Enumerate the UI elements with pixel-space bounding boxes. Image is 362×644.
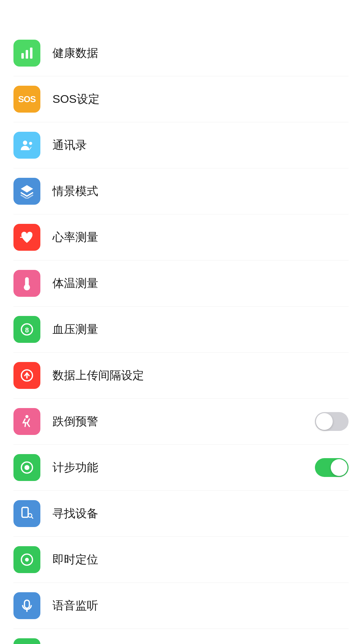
menu-label-voice-monitor: 语音监听 [52,598,349,613]
menu-label-realtime-location: 即时定位 [52,552,349,567]
menu-item-realtime-location[interactable]: 即时定位 [13,537,349,583]
heartrate-icon [13,224,40,251]
menu-item-voice-monitor[interactable]: 语音监听 [13,583,349,629]
svg-point-18 [25,558,29,562]
upload-icon [13,362,40,389]
menu-label-pedometer: 计步功能 [52,460,315,475]
sos-icon: SOS [13,86,40,113]
pedometer-icon [13,454,40,481]
menu-label-find-device: 寻找设备 [52,506,349,521]
menu-label-heart-rate: 心率测量 [52,230,349,245]
menu-item-find-device[interactable]: 寻找设备 [13,491,349,537]
location-icon [13,546,40,573]
menu-label-sos-setting: SOS设定 [52,91,349,107]
menu-item-blood-pressure[interactable]: 8血压测量 [13,307,349,353]
svg-rect-2 [30,48,32,59]
menu-item-data-upload[interactable]: 数据上传间隔设定 [13,353,349,399]
svg-rect-19 [25,600,30,608]
menu-item-scene-mode[interactable]: 情景模式 [13,168,349,214]
menu-label-fall-alert: 跌倒预警 [52,414,315,429]
menu-label-contacts: 通讯录 [52,137,349,153]
svg-rect-13 [22,508,28,517]
menu-item-temperature[interactable]: 体温测量 [13,260,349,307]
svg-text:8: 8 [25,326,29,334]
svg-rect-1 [26,50,28,59]
menu-item-alarm-setting[interactable]: 闹钟设置 [13,629,349,644]
menu-label-temperature: 体温测量 [52,276,349,291]
menu-item-pedometer[interactable]: 计步功能 [13,445,349,491]
chart-icon [13,40,40,67]
bloodpressure-icon: 8 [13,316,40,343]
alarm-icon [13,638,40,644]
fall-icon [13,408,40,435]
svg-point-12 [25,465,30,470]
menu-item-fall-alert[interactable]: 跌倒预警 [13,399,349,445]
menu-label-blood-pressure: 血压测量 [52,322,349,337]
voicemonitor-icon [13,592,40,619]
thermometer-icon [13,270,40,297]
toggle-knob-fall-alert [316,413,333,430]
toggle-pedometer[interactable] [315,458,349,477]
page-title [0,0,362,30]
menu-item-contacts[interactable]: 通讯录 [13,122,349,168]
menu-label-data-upload: 数据上传间隔设定 [52,368,349,383]
menu-list: 健康数据SOSSOS设定通讯录情景模式心率测量体温测量8血压测量数据上传间隔设定… [0,30,362,644]
finddevice-icon [13,500,40,527]
menu-item-health-data[interactable]: 健康数据 [13,30,349,76]
contacts-icon [13,132,40,159]
menu-item-sos-setting[interactable]: SOSSOS设定 [13,76,349,122]
svg-rect-0 [22,53,24,59]
svg-point-10 [25,415,28,418]
toggle-fall-alert[interactable] [315,412,349,431]
menu-label-health-data: 健康数据 [52,45,349,61]
svg-point-4 [29,142,32,145]
menu-label-scene-mode: 情景模式 [52,184,349,199]
svg-point-3 [23,140,27,145]
layers-icon [13,178,40,205]
toggle-knob-pedometer [331,459,348,476]
menu-item-heart-rate[interactable]: 心率测量 [13,214,349,260]
svg-line-15 [32,517,33,519]
